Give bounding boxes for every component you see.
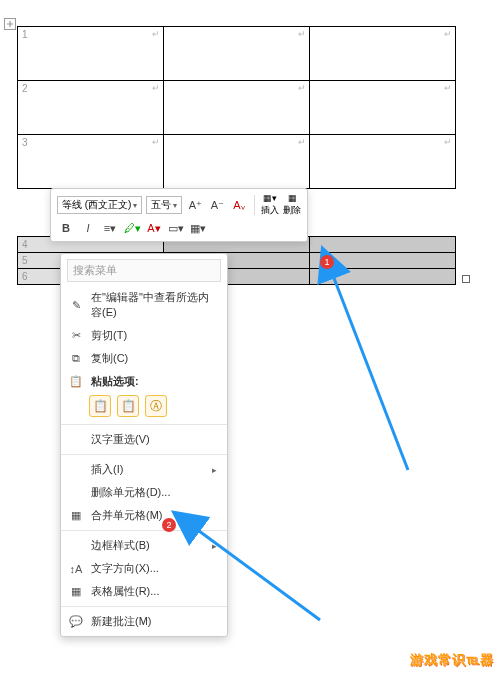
paste-text-only-button[interactable]: Ⓐ <box>145 395 167 417</box>
delete-button[interactable]: ▦删除 <box>283 193 301 217</box>
copy-icon: ⧉ <box>69 352 83 366</box>
text-direction-icon: ↕A <box>69 562 83 576</box>
annotation-badge-2: 2 <box>162 518 176 532</box>
scissors-icon: ✂ <box>69 329 83 343</box>
border-button[interactable]: ▦▾ <box>189 219 207 237</box>
paste-keep-formatting-button[interactable]: 📋 <box>89 395 111 417</box>
menu-copy[interactable]: ⧉ 复制(C) <box>61 347 227 370</box>
menu-hanzi-reselect[interactable]: 汉字重选(V) <box>61 428 227 451</box>
watermark-text: 游戏常识℡器 <box>410 651 494 669</box>
svg-line-0 <box>332 273 408 470</box>
clipboard-icon: 📋 <box>69 375 83 389</box>
paste-merge-formatting-button[interactable]: 📋 <box>117 395 139 417</box>
table-resize-handle[interactable] <box>462 275 470 283</box>
highlight-button[interactable]: 🖊▾ <box>123 219 141 237</box>
font-color-button[interactable]: A▾ <box>145 219 163 237</box>
table-row[interactable]: 2↵ ↵ ↵ <box>18 81 456 135</box>
menu-text-direction[interactable]: ↕A文字方向(X)... <box>61 557 227 580</box>
table-row[interactable]: 3↵ ↵ ↵ <box>18 135 456 189</box>
editor-icon: ✎ <box>69 298 83 312</box>
decrease-font-button[interactable]: A⁻ <box>208 196 226 214</box>
row-number: 1 <box>22 29 28 40</box>
table-anchor-icon[interactable] <box>4 18 16 30</box>
table-properties-icon: ▦ <box>69 585 83 599</box>
insert-button[interactable]: ▦▾插入 <box>261 193 279 217</box>
menu-lookup-editor[interactable]: ✎ 在"编辑器"中查看所选内容(E) <box>61 286 227 324</box>
menu-cut[interactable]: ✂ 剪切(T) <box>61 324 227 347</box>
annotation-badge-1: 1 <box>320 255 334 269</box>
menu-delete-cells[interactable]: 删除单元格(D)... <box>61 481 227 504</box>
menu-table-properties[interactable]: ▦表格属性(R)... <box>61 580 227 603</box>
menu-paste-options-header: 📋 粘贴选项: <box>61 370 227 393</box>
menu-new-comment[interactable]: 💬新建批注(M) <box>61 610 227 633</box>
menu-search-input[interactable]: 搜索菜单 <box>67 259 221 282</box>
menu-merge-cells[interactable]: ▦合并单元格(M) <box>61 504 227 527</box>
chevron-right-icon: ▸ <box>212 465 217 475</box>
context-menu: 搜索菜单 ✎ 在"编辑器"中查看所选内容(E) ✂ 剪切(T) ⧉ 复制(C) … <box>60 253 228 637</box>
bold-button[interactable]: B <box>57 219 75 237</box>
increase-font-button[interactable]: A⁺ <box>186 196 204 214</box>
font-family-select[interactable]: 等线 (西文正文)▾ <box>57 196 142 214</box>
table-row[interactable]: 1↵ ↵ ↵ <box>18 27 456 81</box>
paragraph-mark-icon: ↵ <box>152 29 160 39</box>
font-size-select[interactable]: 五号▾ <box>146 196 182 214</box>
mini-toolbar: 等线 (西文正文)▾ 五号▾ A⁺ A⁻ Aᵥ ▦▾插入 ▦删除 B I ≡▾ … <box>50 188 308 242</box>
italic-button[interactable]: I <box>79 219 97 237</box>
comment-icon: 💬 <box>69 615 83 629</box>
merge-icon: ▦ <box>69 509 83 523</box>
menu-insert[interactable]: 插入(I)▸ <box>61 458 227 481</box>
align-button[interactable]: ≡▾ <box>101 219 119 237</box>
shading-button[interactable]: ▭▾ <box>167 219 185 237</box>
format-painter-button[interactable]: Aᵥ <box>230 196 248 214</box>
document-table[interactable]: 1↵ ↵ ↵ 2↵ ↵ ↵ 3↵ ↵ ↵ <box>17 26 456 189</box>
menu-border-style[interactable]: 边框样式(B)▸ <box>61 534 227 557</box>
